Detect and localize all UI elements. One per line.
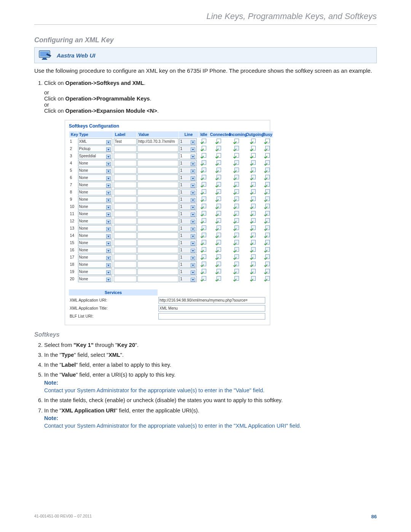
state-checkbox[interactable] <box>265 175 270 179</box>
state-checkbox[interactable] <box>265 168 270 172</box>
state-checkbox[interactable] <box>251 197 256 201</box>
state-checkbox[interactable] <box>217 276 221 281</box>
line-select[interactable]: 1 <box>179 196 197 203</box>
state-checkbox[interactable] <box>265 204 270 208</box>
value-input[interactable] <box>137 268 178 275</box>
line-select[interactable]: 1 <box>179 254 197 260</box>
state-checkbox[interactable] <box>251 168 256 172</box>
xml-app-title-input[interactable]: XML Menu <box>158 305 265 312</box>
state-checkbox[interactable] <box>234 276 239 281</box>
value-input[interactable] <box>137 182 178 188</box>
state-checkbox[interactable] <box>217 189 221 194</box>
state-checkbox[interactable] <box>217 146 221 150</box>
state-checkbox[interactable] <box>251 204 256 208</box>
line-select[interactable]: 1 <box>179 276 197 282</box>
label-input[interactable]: Test <box>114 138 137 145</box>
state-checkbox[interactable] <box>234 189 239 194</box>
state-checkbox[interactable] <box>251 233 256 237</box>
state-checkbox[interactable] <box>265 269 270 273</box>
value-input[interactable] <box>137 218 178 224</box>
type-select[interactable]: None <box>78 232 112 239</box>
line-select[interactable]: 1 <box>179 247 197 253</box>
state-checkbox[interactable] <box>265 254 270 259</box>
state-checkbox[interactable] <box>234 153 239 158</box>
state-checkbox[interactable] <box>202 204 206 208</box>
state-checkbox[interactable] <box>234 182 239 187</box>
state-checkbox[interactable] <box>251 160 256 165</box>
state-checkbox[interactable] <box>202 211 206 216</box>
label-input[interactable] <box>114 196 137 203</box>
type-select[interactable]: None <box>78 247 112 253</box>
line-select[interactable]: 1 <box>179 203 197 210</box>
state-checkbox[interactable] <box>251 182 256 187</box>
type-select[interactable]: None <box>78 240 112 246</box>
type-select[interactable]: None <box>78 254 112 260</box>
type-select[interactable]: None <box>78 218 112 224</box>
value-input[interactable] <box>137 174 178 181</box>
type-select[interactable]: None <box>78 182 112 188</box>
value-input[interactable]: http://10.70.3.7/xml/m <box>137 138 178 145</box>
state-checkbox[interactable] <box>251 269 256 273</box>
state-checkbox[interactable] <box>202 218 206 223</box>
state-checkbox[interactable] <box>217 139 221 143</box>
value-input[interactable] <box>137 153 178 159</box>
state-checkbox[interactable] <box>234 146 239 150</box>
label-input[interactable] <box>114 247 137 253</box>
state-checkbox[interactable] <box>265 262 270 266</box>
type-select[interactable]: None <box>78 211 112 217</box>
state-checkbox[interactable] <box>202 197 206 201</box>
state-checkbox[interactable] <box>234 233 239 237</box>
state-checkbox[interactable] <box>217 225 221 230</box>
state-checkbox[interactable] <box>251 211 256 216</box>
type-select[interactable]: Pickup <box>78 145 112 152</box>
label-input[interactable] <box>114 254 137 260</box>
label-input[interactable] <box>114 203 137 210</box>
type-select[interactable]: None <box>78 225 112 232</box>
state-checkbox[interactable] <box>234 218 239 223</box>
xml-app-uri-input[interactable]: http://216.94.98.90/xml/menu/mymenu.php?… <box>158 297 265 304</box>
state-checkbox[interactable] <box>202 175 206 179</box>
value-input[interactable] <box>137 232 178 239</box>
line-select[interactable]: 1 <box>179 138 197 145</box>
state-checkbox[interactable] <box>217 160 221 165</box>
value-input[interactable] <box>137 261 178 268</box>
type-select[interactable]: None <box>78 196 112 203</box>
line-select[interactable]: 1 <box>179 218 197 224</box>
state-checkbox[interactable] <box>202 247 206 252</box>
value-input[interactable] <box>137 211 178 217</box>
state-checkbox[interactable] <box>217 168 221 172</box>
state-checkbox[interactable] <box>234 175 239 179</box>
label-input[interactable] <box>114 276 137 282</box>
line-select[interactable]: 1 <box>179 261 197 268</box>
state-checkbox[interactable] <box>217 262 221 266</box>
type-select[interactable]: None <box>78 261 112 268</box>
state-checkbox[interactable] <box>217 211 221 216</box>
line-select[interactable]: 1 <box>179 240 197 246</box>
type-select[interactable]: XML <box>78 138 112 145</box>
state-checkbox[interactable] <box>265 182 270 187</box>
label-input[interactable] <box>114 189 137 195</box>
line-select[interactable]: 1 <box>179 189 197 195</box>
line-select[interactable]: 1 <box>179 268 197 275</box>
label-input[interactable] <box>114 145 137 152</box>
state-checkbox[interactable] <box>234 197 239 201</box>
value-input[interactable] <box>137 240 178 246</box>
state-checkbox[interactable] <box>217 254 221 259</box>
state-checkbox[interactable] <box>217 204 221 208</box>
state-checkbox[interactable] <box>217 182 221 187</box>
state-checkbox[interactable] <box>251 247 256 252</box>
type-select[interactable]: None <box>78 203 112 210</box>
state-checkbox[interactable] <box>234 269 239 273</box>
state-checkbox[interactable] <box>234 225 239 230</box>
value-input[interactable] <box>137 160 178 166</box>
state-checkbox[interactable] <box>217 153 221 158</box>
state-checkbox[interactable] <box>265 276 270 281</box>
state-checkbox[interactable] <box>234 168 239 172</box>
line-select[interactable]: 1 <box>179 225 197 232</box>
state-checkbox[interactable] <box>202 146 206 150</box>
state-checkbox[interactable] <box>265 160 270 165</box>
state-checkbox[interactable] <box>265 247 270 252</box>
state-checkbox[interactable] <box>251 225 256 230</box>
state-checkbox[interactable] <box>217 175 221 179</box>
state-checkbox[interactable] <box>202 189 206 194</box>
